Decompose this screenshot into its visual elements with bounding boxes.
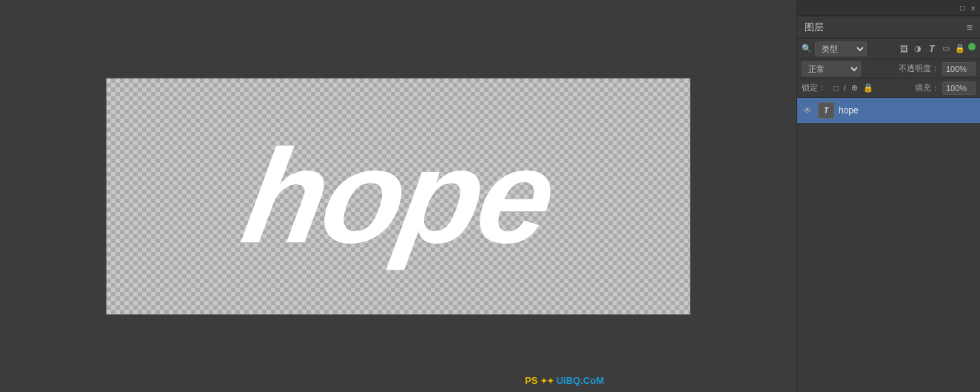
filter-type-select[interactable]: 类型: [815, 41, 867, 56]
filter-icons: 🖼 ◑ T ▭ 🔒: [898, 43, 976, 55]
filter-text-icon[interactable]: T: [926, 43, 938, 55]
search-icon: 🔍: [802, 44, 812, 53]
lock-brush-button[interactable]: /: [842, 83, 848, 93]
opacity-row: 不透明度：: [899, 62, 976, 76]
lock-label: 锁定：: [802, 82, 826, 93]
panel-minimize-button[interactable]: □: [960, 4, 965, 13]
blend-mode-select[interactable]: 正常: [802, 62, 861, 76]
panel-close-button[interactable]: ×: [971, 4, 976, 13]
filter-smart-icon[interactable]: 🔒: [954, 43, 966, 55]
panel-title: 图层: [805, 21, 824, 34]
watermark-ps: PS: [525, 375, 537, 386]
layer-type-icon: T: [824, 107, 828, 115]
panel-header: 图层 ≡: [797, 16, 980, 39]
panel-topbar: □ ×: [797, 0, 980, 16]
filter-shape-icon[interactable]: ▭: [940, 43, 952, 55]
blend-row: 正常 不透明度：: [797, 59, 980, 79]
canvas-text: hope: [235, 130, 562, 263]
canvas-area: hope PS ✦✦ UiBQ.CoM: [0, 0, 796, 392]
watermark-site: UiBQ.CoM: [557, 375, 604, 386]
layer-list[interactable]: 👁 T hope: [797, 98, 980, 392]
watermark-icons: ✦✦: [540, 376, 554, 385]
fill-input[interactable]: [942, 82, 976, 95]
layer-name: hope: [839, 105, 859, 116]
lock-pixel-button[interactable]: □: [832, 83, 840, 93]
right-panel: □ × 图层 ≡ 🔍 类型 🖼 ◑ T ▭ 🔒 正常 不透明度： 锁定: [796, 0, 980, 392]
lock-row: 锁定： □ / ⊕ 🔒 填充：: [797, 79, 980, 98]
lock-move-button[interactable]: ⊕: [850, 82, 859, 93]
watermark: PS ✦✦ UiBQ.CoM: [525, 375, 604, 386]
canvas-content: hope: [107, 79, 690, 314]
opacity-label: 不透明度：: [899, 63, 939, 74]
lock-icons: □ / ⊕ 🔒: [832, 82, 875, 93]
panel-menu-icon[interactable]: ≡: [967, 21, 973, 33]
layer-visibility-icon[interactable]: 👁: [802, 105, 813, 116]
opacity-input[interactable]: [942, 62, 976, 76]
filter-active-indicator: [968, 43, 976, 50]
filter-image-icon[interactable]: 🖼: [898, 43, 910, 55]
fill-row: 填充：: [915, 82, 976, 95]
layer-item-hope[interactable]: 👁 T hope: [797, 98, 980, 123]
lock-all-button[interactable]: 🔒: [862, 82, 875, 93]
canvas-frame: hope: [106, 78, 691, 315]
filter-adjust-icon[interactable]: ◑: [912, 43, 924, 55]
fill-label: 填充：: [915, 82, 939, 93]
layer-thumbnail: T: [818, 102, 834, 119]
filter-row: 🔍 类型 🖼 ◑ T ▭ 🔒: [797, 39, 980, 59]
